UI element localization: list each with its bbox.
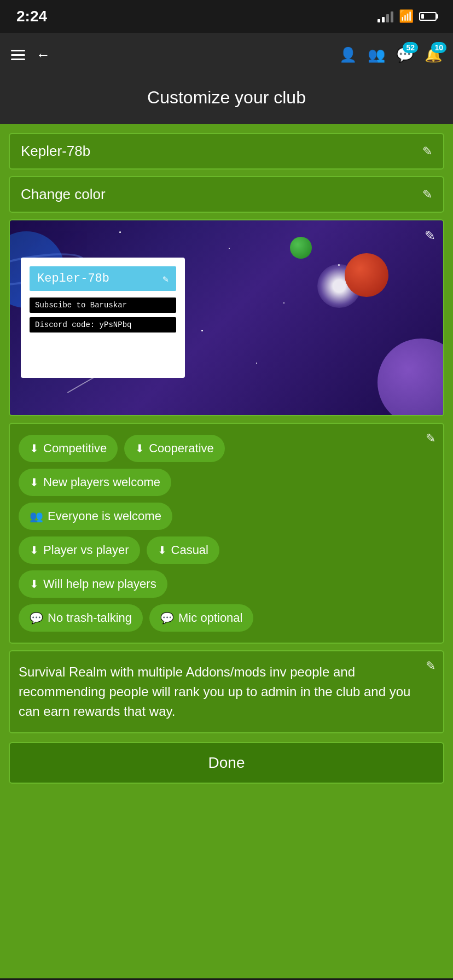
tag-casual[interactable]: ⬇ Casual [147, 536, 219, 564]
tag-competitive-label: Competitive [43, 441, 107, 456]
tag-everyone-welcome[interactable]: 👥 Everyone is welcome [19, 503, 172, 530]
battery-icon [419, 12, 437, 21]
people-icon[interactable]: 👥 [368, 46, 385, 63]
chat-icon[interactable]: 💬 52 [396, 46, 414, 63]
help-new-icon: ⬇ [30, 578, 39, 591]
tag-cooperative[interactable]: ⬇ Cooperative [124, 435, 225, 462]
banner-tag-1: Subscibe to Baruskar [30, 298, 176, 313]
change-color-value: Change color [21, 186, 106, 203]
star-4 [283, 302, 284, 304]
tag-everyone-label: Everyone is welcome [48, 509, 161, 523]
description-section: ✎ Survival Realm with multiple Addons/mo… [9, 650, 444, 733]
banner-background: Kepler-78b ✎ Subscibe to Baruskar Discor… [10, 220, 443, 415]
menu-button[interactable] [11, 50, 25, 60]
top-nav: ← 👤 👥 💬 52 🔔 10 [0, 33, 453, 77]
back-button[interactable]: ← [36, 46, 50, 63]
tag-mic-optional[interactable]: 💬 Mic optional [149, 604, 253, 632]
tags-row-5: ⬇ Will help new players [19, 570, 434, 598]
banner-container: Kepler-78b ✎ Subscibe to Baruskar Discor… [9, 219, 444, 416]
wifi-icon: 📶 [399, 9, 414, 24]
tag-help-new-label: Will help new players [43, 577, 156, 591]
star-2 [229, 248, 230, 249]
tag-competitive[interactable]: ⬇ Competitive [19, 435, 118, 462]
tags-section: ✎ ⬇ Competitive ⬇ Cooperative ⬇ New play… [9, 423, 444, 644]
tag-help-new[interactable]: ⬇ Will help new players [19, 570, 167, 598]
tags-row-1: ⬇ Competitive ⬇ Cooperative [19, 435, 434, 462]
competitive-icon: ⬇ [30, 442, 39, 455]
banner-card: Kepler-78b ✎ Subscibe to Baruskar Discor… [21, 258, 185, 378]
club-name-value: Kepler-78b [21, 143, 90, 160]
tag-no-trash[interactable]: 💬 No trash-talking [19, 604, 143, 632]
nav-right: 👤 👥 💬 52 🔔 10 [339, 46, 442, 63]
tags-row-6: 💬 No trash-talking 💬 Mic optional [19, 604, 434, 632]
no-trash-icon: 💬 [30, 611, 43, 625]
pvp-icon: ⬇ [30, 544, 39, 557]
signal-icon [378, 10, 393, 22]
club-name-edit-icon[interactable]: ✎ [422, 144, 432, 159]
banner-edit-icon[interactable]: ✎ [425, 228, 435, 243]
tag-casual-label: Casual [171, 543, 208, 557]
star-3 [338, 264, 340, 266]
chat-badge: 52 [403, 42, 418, 53]
notification-badge: 10 [431, 42, 446, 53]
star-5 [201, 330, 203, 331]
banner-card-title: Kepler-78b ✎ [30, 266, 176, 291]
tags-edit-icon[interactable]: ✎ [426, 431, 435, 446]
status-bar: 2:24 📶 [0, 0, 453, 33]
star-1 [119, 231, 121, 233]
change-color-field[interactable]: Change color ✎ [9, 176, 444, 213]
tag-pvp-label: Player vs player [43, 543, 129, 557]
tags-row-3: 👥 Everyone is welcome [19, 503, 434, 530]
tag-mic-optional-label: Mic optional [178, 611, 242, 625]
done-button[interactable]: Done [9, 742, 444, 784]
person-icon[interactable]: 👤 [339, 46, 357, 63]
bell-icon[interactable]: 🔔 10 [425, 46, 442, 63]
nav-left: ← [11, 46, 50, 63]
status-time: 2:24 [16, 8, 47, 25]
space-planet-red [345, 253, 388, 297]
tag-cooperative-label: Cooperative [149, 441, 214, 456]
casual-icon: ⬇ [158, 544, 167, 557]
mic-optional-icon: 💬 [160, 611, 174, 625]
tag-new-players-label: New players welcome [43, 475, 160, 489]
space-planet-purple [378, 339, 444, 416]
description-text: Survival Realm with multiple Addons/mods… [19, 662, 434, 721]
tag-pvp[interactable]: ⬇ Player vs player [19, 536, 140, 564]
banner-tag-2: Discord code: yPsNPbq [30, 317, 176, 332]
space-planet-green [290, 237, 312, 259]
tag-no-trash-label: No trash-talking [48, 611, 132, 625]
cooperative-icon: ⬇ [135, 442, 144, 455]
page-title-bar: Customize your club [0, 77, 453, 124]
change-color-edit-icon[interactable]: ✎ [422, 188, 432, 202]
tags-row-4: ⬇ Player vs player ⬇ Casual [19, 536, 434, 564]
club-name-field[interactable]: Kepler-78b ✎ [9, 133, 444, 170]
new-players-icon: ⬇ [30, 476, 39, 489]
everyone-icon: 👥 [30, 510, 43, 523]
tags-row-2: ⬇ New players welcome [19, 469, 434, 496]
tag-new-players[interactable]: ⬇ New players welcome [19, 469, 171, 496]
description-edit-icon[interactable]: ✎ [426, 659, 435, 673]
status-icons: 📶 [378, 9, 437, 24]
main-content: Kepler-78b ✎ Change color ✎ [0, 124, 453, 978]
banner-card-pencil: ✎ [162, 273, 169, 285]
star-6 [256, 363, 257, 364]
page-title: Customize your club [0, 88, 453, 108]
